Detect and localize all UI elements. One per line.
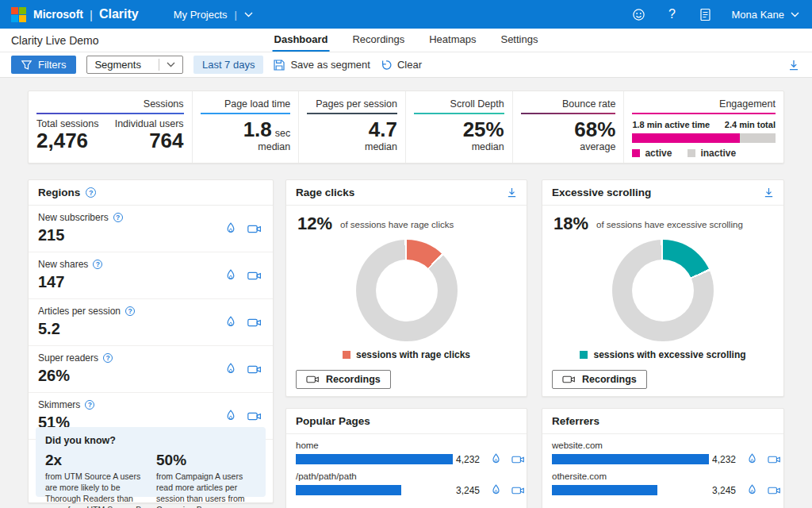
referrers-title: Referrers [552, 415, 599, 427]
heatmap-icon[interactable] [225, 410, 236, 422]
recordings-camera-icon[interactable] [247, 224, 262, 234]
heatmap-icon[interactable] [225, 363, 236, 375]
recordings-camera-icon[interactable] [511, 486, 525, 495]
tab-settings[interactable]: Settings [499, 29, 539, 52]
segments-dropdown[interactable]: Segments [86, 56, 183, 74]
download-icon[interactable] [507, 187, 517, 198]
rage-clicks-percent: 12% [297, 214, 332, 234]
tab-heatmaps[interactable]: Heatmaps [427, 29, 477, 52]
rage-clicks-header: Rage clicks [286, 180, 527, 206]
sub-header: Clarity Live Demo Dashboard Recordings H… [0, 29, 812, 52]
heatmap-icon[interactable] [225, 316, 236, 329]
legend-active: active [632, 148, 672, 159]
help-circle-icon[interactable]: ? [93, 260, 102, 269]
tab-dashboard[interactable]: Dashboard [273, 29, 330, 52]
download-icon[interactable] [764, 187, 774, 198]
region-label: New shares [38, 259, 88, 270]
fact-value: 2x [45, 452, 145, 469]
rage-clicks-title: Rage clicks [296, 187, 354, 198]
user-menu[interactable]: Mona Kane [732, 9, 800, 21]
heatmap-icon[interactable] [225, 222, 236, 235]
heatmap-icon[interactable] [747, 484, 757, 496]
region-label: New subscribers [38, 212, 109, 223]
region-item-new-shares: New shares? 147 [29, 252, 273, 299]
referrer-row-website: website.com 4,232 [542, 434, 783, 465]
recordings-camera-icon[interactable] [247, 318, 262, 328]
save-as-segment-button[interactable]: Save as segment [274, 59, 370, 71]
recordings-camera-icon[interactable] [511, 455, 525, 464]
popular-pages-header: Popular Pages [286, 409, 527, 434]
referrer-row-othersite: othersite.com 3,245 [542, 465, 783, 496]
heatmap-icon[interactable] [491, 453, 501, 465]
metric-underline [414, 113, 504, 114]
top-app-bar: Microsoft | Clarity My Projects | ? Mona… [0, 0, 812, 29]
metric-underline [521, 113, 616, 114]
help-circle-icon[interactable]: ? [113, 213, 123, 222]
recordings-camera-icon[interactable] [247, 411, 262, 421]
page-row-path: /path/path/path 3,245 [286, 465, 527, 496]
camera-icon [306, 375, 320, 384]
excessive-scrolling-header: Excessive scrolling [542, 180, 783, 206]
excessive-scrolling-percent: 18% [553, 214, 588, 234]
region-label: Articles per session [38, 306, 121, 317]
recordings-camera-icon[interactable] [768, 455, 781, 464]
excess-legend-label: sessions with excessive scrolling [593, 349, 745, 360]
excess-swatch [580, 351, 588, 359]
metric-label: Pages per session [307, 98, 397, 110]
region-label: Super readers [38, 352, 98, 364]
rage-recordings-button[interactable]: Recordings [296, 370, 391, 389]
segments-label: Segments [94, 59, 141, 71]
referrer-value: 4,232 [712, 454, 736, 465]
my-projects-menu[interactable]: My Projects | [174, 9, 253, 21]
region-item-articles-per-session: Articles per session? 5.2 [29, 299, 273, 346]
user-name: Mona Kane [732, 9, 785, 21]
help-icon[interactable]: ? [665, 7, 680, 21]
bar-chart [552, 485, 709, 495]
clear-label: Clear [397, 59, 422, 71]
metric-sessions: Sessions Total sessions 2,476 Individual… [29, 91, 193, 163]
camera-icon [562, 375, 576, 384]
fact-value: 50% [156, 452, 256, 469]
metric-bounce-rate: Bounce rate 68% average [513, 91, 625, 163]
help-circle-icon[interactable]: ? [103, 353, 113, 363]
did-you-know-fact: 50% from Campaign A users read more arti… [156, 452, 256, 508]
main-tabs: Dashboard Recordings Heatmaps Settings [273, 29, 540, 52]
bar-chart [296, 485, 453, 495]
page-label: home [296, 441, 517, 450]
excess-recordings-button[interactable]: Recordings [552, 370, 647, 389]
dropdown-divider [159, 59, 159, 71]
scroll-depth-stat: median [414, 141, 504, 152]
individual-users-value: 764 [115, 129, 184, 152]
feedback-smiley-icon[interactable] [632, 7, 646, 21]
tab-recordings[interactable]: Recordings [350, 29, 406, 52]
bar-chart [552, 454, 709, 464]
recordings-camera-icon[interactable] [247, 271, 262, 281]
fact-text: from UTM Source A users are more likely … [45, 471, 145, 508]
help-circle-icon[interactable]: ? [85, 400, 94, 410]
metric-underline [307, 113, 397, 114]
engagement-bar-active-fill [632, 133, 739, 143]
date-range-chip[interactable]: Last 7 days [193, 56, 264, 74]
total-sessions-value: 2,476 [36, 129, 99, 152]
recordings-button-label: Recordings [326, 374, 381, 385]
release-notes-icon[interactable] [699, 7, 713, 21]
metric-underline [201, 113, 291, 114]
bounce-rate-stat: average [521, 141, 616, 152]
heatmap-icon[interactable] [225, 269, 236, 282]
page-load-stat: median [201, 141, 291, 152]
filters-button[interactable]: Filters [11, 56, 76, 74]
download-dashboard-icon[interactable] [788, 60, 799, 71]
excessive-scrolling-description: of sessions have excessive scrolling [596, 220, 743, 229]
chevron-down-icon [244, 12, 253, 17]
metric-pages-per-session: Pages per session 4.7 median [299, 91, 406, 163]
recordings-camera-icon[interactable] [247, 364, 262, 375]
help-circle-icon[interactable]: ? [125, 306, 135, 316]
help-circle-icon[interactable]: ? [86, 187, 96, 198]
active-time-label: 1.8 min active time [632, 120, 710, 129]
region-item-new-subscribers: New subscribers? 215 [29, 206, 273, 252]
recordings-camera-icon[interactable] [768, 486, 781, 495]
active-swatch [632, 149, 640, 157]
clear-button[interactable]: Clear [381, 59, 422, 71]
heatmap-icon[interactable] [747, 453, 757, 465]
heatmap-icon[interactable] [491, 484, 501, 496]
